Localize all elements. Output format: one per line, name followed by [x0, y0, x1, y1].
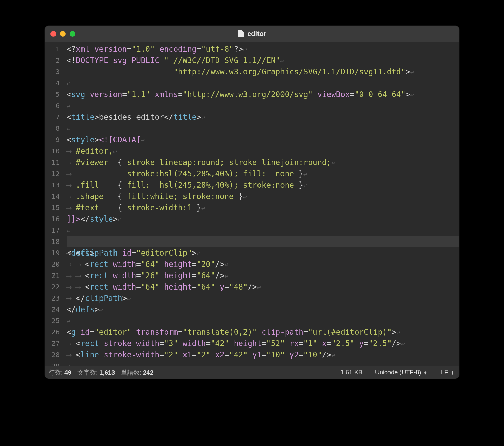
- editor-area[interactable]: 1234567891011121314151617181920212223242…: [45, 42, 459, 366]
- line-number: 29: [45, 361, 63, 366]
- line-number: 9: [45, 134, 63, 145]
- code-line[interactable]: ⟶ <clipPath id="editorClip">↩: [67, 247, 459, 259]
- line-number: 16: [45, 213, 63, 225]
- code-line[interactable]: ⟶ ⟶ <rect width="64" height="64" y="48"/…: [67, 281, 459, 293]
- line-number: 1: [45, 44, 63, 55]
- line-number: 4: [45, 78, 63, 89]
- line-number: 20: [45, 259, 63, 270]
- chevron-up-down-icon: ▲▼: [451, 371, 454, 375]
- line-number: 17: [45, 225, 63, 236]
- code-line[interactable]: ↩: [67, 225, 459, 236]
- status-chars: 文字数: 1,613: [77, 368, 115, 377]
- traffic-lights: [50, 31, 75, 37]
- code-line[interactable]: ⟶ </clipPath>↩: [67, 293, 459, 304]
- line-number: 22: [45, 281, 63, 293]
- status-lines-value: 49: [64, 369, 71, 376]
- code-line[interactable]: "http://www.w3.org/Graphics/SVG/1.1/DTD/…: [67, 66, 459, 78]
- status-chars-value: 1,613: [99, 369, 115, 376]
- line-number: 2: [45, 55, 63, 66]
- line-number: 7: [45, 112, 63, 123]
- line-number: 5: [45, 89, 63, 100]
- code-line[interactable]: <!DOCTYPE svg PUBLIC "-//W3C//DTD SVG 1.…: [67, 55, 459, 66]
- encoding-dropdown[interactable]: Unicode (UTF-8) ▲▼: [374, 369, 428, 376]
- status-chars-label: 文字数:: [77, 369, 98, 376]
- code-line[interactable]: <title>besides editor</title>↩: [67, 112, 459, 123]
- window-title: editor: [247, 30, 266, 38]
- line-number: 12: [45, 168, 63, 179]
- code-line[interactable]: <style><![CDATA[↩: [67, 134, 459, 145]
- code-line[interactable]: ⟶ #viewer { stroke-linecap:round; stroke…: [67, 157, 459, 168]
- line-number: 28: [45, 349, 63, 361]
- code-line[interactable]: ⟶ #editor,↩: [67, 145, 459, 157]
- line-number: 10: [45, 145, 63, 157]
- code-line[interactable]: ⟶ #text { stroke-width:1 }↩: [67, 202, 459, 213]
- line-number: 6: [45, 100, 63, 112]
- status-words-label: 単語数:: [121, 369, 141, 376]
- code-line[interactable]: ]]></style>↩: [67, 213, 459, 225]
- code-line[interactable]: ⟶ ⟶ <rect width="64" height="20"/>↩: [67, 259, 459, 270]
- chevron-up-down-icon: ▲▼: [424, 371, 427, 375]
- status-lines: 行数: 49: [49, 368, 71, 377]
- statusbar: 行数: 49 文字数: 1,613 単語数: 242 1.61 KB Unico…: [45, 366, 459, 379]
- line-number: 3: [45, 66, 63, 78]
- line-number: 24: [45, 304, 63, 315]
- encoding-value: Unicode (UTF-8): [375, 369, 421, 376]
- code-line[interactable]: ⟶ <rect stroke-width="3" width="42" heig…: [67, 338, 459, 349]
- code-line[interactable]: ↩: [67, 361, 459, 366]
- line-number: 15: [45, 202, 63, 213]
- line-number: 26: [45, 327, 63, 338]
- code-line[interactable]: ↩: [67, 78, 459, 89]
- line-number: 18: [45, 236, 63, 247]
- line-number: 14: [45, 191, 63, 202]
- code-line[interactable]: <?xml version="1.0" encoding="utf-8"?>↩: [67, 44, 459, 55]
- line-number: 8: [45, 123, 63, 134]
- code-line[interactable]: <svg version="1.1" xmlns="http://www.w3.…: [67, 89, 459, 100]
- line-endings-dropdown[interactable]: LF ▲▼: [440, 369, 455, 376]
- code-line[interactable]: ⟶ .fill { fill: hsl(245,28%,40%); stroke…: [67, 179, 459, 191]
- code-line[interactable]: </defs>↩: [67, 304, 459, 315]
- titlebar[interactable]: editor: [45, 26, 459, 42]
- code-line[interactable]: <defs>↩: [67, 236, 459, 247]
- line-endings-value: LF: [441, 369, 448, 376]
- code-line[interactable]: ↩: [67, 123, 459, 134]
- line-number: 11: [45, 157, 63, 168]
- statusbar-separator: [434, 369, 434, 376]
- status-lines-label: 行数:: [49, 369, 63, 376]
- code-content[interactable]: <?xml version="1.0" encoding="utf-8"?>↩<…: [63, 42, 459, 366]
- code-line[interactable]: ⟶ <line stroke-width="2" x1="2" x2="42" …: [67, 349, 459, 361]
- line-number: 19: [45, 247, 63, 259]
- status-filesize: 1.61 KB: [340, 369, 362, 376]
- statusbar-separator: [368, 369, 368, 376]
- line-number: 23: [45, 293, 63, 304]
- current-line-highlight: [67, 236, 459, 247]
- line-number: 21: [45, 270, 63, 281]
- titlebar-title-group: editor: [45, 30, 459, 38]
- status-words: 単語数: 242: [121, 368, 153, 377]
- close-button[interactable]: [50, 31, 56, 37]
- code-line[interactable]: ⟶ stroke:hsl(245,28%,40%); fill: none }↩: [67, 168, 459, 179]
- status-words-value: 242: [143, 369, 153, 376]
- code-line[interactable]: <g id="editor" transform="translate(0,2)…: [67, 327, 459, 338]
- editor-window: editor 123456789101112131415161718192021…: [45, 26, 459, 379]
- line-number: 25: [45, 315, 63, 327]
- code-line[interactable]: ⟶ .shape { fill:white; stroke:none }↩: [67, 191, 459, 202]
- document-icon: [238, 30, 244, 37]
- minimize-button[interactable]: [60, 31, 66, 37]
- maximize-button[interactable]: [70, 31, 75, 37]
- line-number: 13: [45, 179, 63, 191]
- code-line[interactable]: ↩: [67, 100, 459, 112]
- line-number-gutter: 1234567891011121314151617181920212223242…: [45, 42, 63, 366]
- line-number: 27: [45, 338, 63, 349]
- code-line[interactable]: ↩: [67, 315, 459, 327]
- code-line[interactable]: ⟶ ⟶ <rect width="26" height="64"/>↩: [67, 270, 459, 281]
